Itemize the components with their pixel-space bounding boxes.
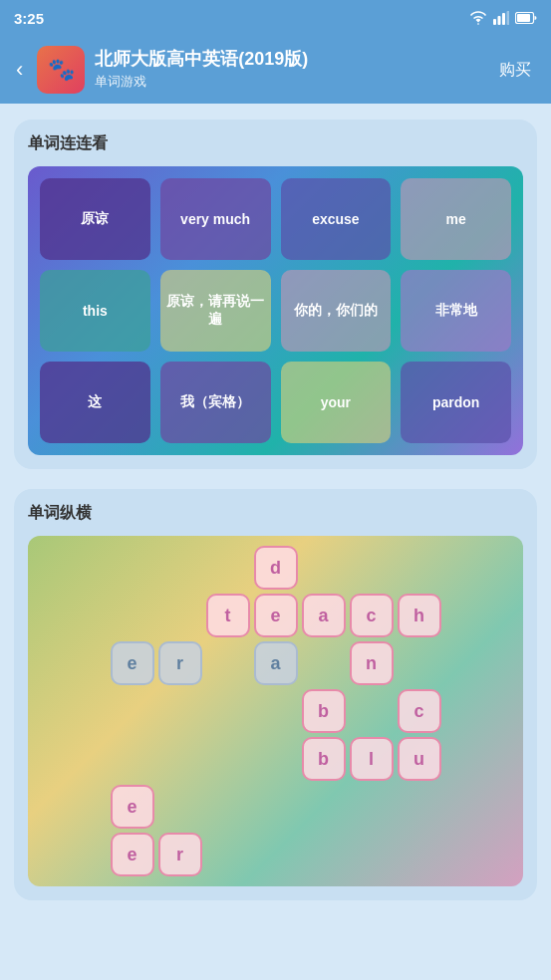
empty-cell bbox=[350, 689, 394, 733]
app-title-block: 北师大版高中英语(2019版) 单词游戏 bbox=[95, 49, 481, 91]
svg-rect-2 bbox=[502, 13, 505, 25]
word-cell[interactable]: your bbox=[281, 362, 392, 443]
empty-cell bbox=[158, 689, 202, 733]
empty-cell bbox=[302, 641, 346, 685]
word-cell[interactable]: very much bbox=[160, 178, 271, 260]
word-cell[interactable]: excuse bbox=[281, 178, 392, 260]
letter-cell[interactable]: h bbox=[398, 594, 441, 637]
word-cell[interactable]: 你的，你们的 bbox=[281, 270, 392, 352]
empty-cell bbox=[111, 737, 154, 781]
word-grid-section: 单词连连看 原谅very muchexcusemethis原谅，请再说一遍你的，… bbox=[14, 120, 537, 469]
app-logo: 🐾 bbox=[37, 46, 85, 94]
letter-cell[interactable]: e bbox=[111, 641, 154, 685]
puzzle-area: dteacheranbcblueer bbox=[28, 536, 523, 886]
empty-cell bbox=[254, 833, 298, 876]
svg-rect-0 bbox=[493, 19, 496, 25]
empty-cell bbox=[206, 689, 250, 733]
empty-cell bbox=[254, 785, 298, 829]
word-grid-area: 原谅very muchexcusemethis原谅，请再说一遍你的，你们的非常地… bbox=[28, 166, 523, 455]
main-content: 单词连连看 原谅very muchexcusemethis原谅，请再说一遍你的，… bbox=[0, 104, 551, 916]
word-cell[interactable]: pardon bbox=[401, 362, 511, 443]
letter-cell[interactable]: b bbox=[302, 737, 346, 781]
letter-cell[interactable]: l bbox=[350, 737, 394, 781]
empty-cell bbox=[398, 641, 441, 685]
svg-rect-3 bbox=[507, 11, 510, 25]
word-cell[interactable]: 原谅，请再说一遍 bbox=[160, 270, 271, 352]
puzzle-grid: dteacheranbcblueer bbox=[101, 536, 451, 886]
empty-cell bbox=[111, 689, 154, 733]
letter-cell[interactable]: e bbox=[254, 594, 298, 637]
word-puzzle-section: 单词纵横 dteacheranbcblueer bbox=[14, 489, 537, 900]
empty-cell bbox=[302, 785, 346, 829]
word-grid-title: 单词连连看 bbox=[28, 133, 523, 154]
letter-cell[interactable]: c bbox=[398, 689, 441, 733]
buy-button[interactable]: 购买 bbox=[491, 56, 539, 85]
empty-cell bbox=[206, 833, 250, 876]
word-cell[interactable]: me bbox=[401, 178, 511, 260]
svg-rect-5 bbox=[517, 14, 530, 22]
status-time: 3:25 bbox=[14, 10, 44, 27]
empty-cell bbox=[302, 546, 346, 590]
status-bar: 3:25 bbox=[0, 0, 551, 36]
app-subtitle: 单词游戏 bbox=[95, 73, 481, 91]
empty-cell bbox=[206, 737, 250, 781]
word-cell[interactable]: 非常地 bbox=[401, 270, 511, 352]
empty-cell bbox=[254, 689, 298, 733]
empty-cell bbox=[398, 546, 441, 590]
empty-cell bbox=[302, 833, 346, 876]
letter-cell[interactable]: u bbox=[398, 737, 441, 781]
battery-icon bbox=[515, 12, 537, 24]
empty-cell bbox=[158, 737, 202, 781]
letter-cell[interactable]: a bbox=[302, 594, 346, 637]
word-puzzle-title: 单词纵横 bbox=[28, 503, 523, 524]
letter-cell[interactable]: r bbox=[158, 641, 202, 685]
empty-cell bbox=[254, 737, 298, 781]
empty-cell bbox=[158, 546, 202, 590]
letter-cell[interactable]: c bbox=[350, 594, 394, 637]
letter-cell[interactable]: r bbox=[158, 833, 202, 876]
word-cell[interactable]: 这 bbox=[40, 362, 150, 443]
empty-cell bbox=[206, 785, 250, 829]
empty-cell bbox=[350, 785, 394, 829]
letter-cell[interactable]: n bbox=[350, 641, 394, 685]
top-bar: ‹ 🐾 北师大版高中英语(2019版) 单词游戏 购买 bbox=[0, 36, 551, 104]
signal-icon bbox=[493, 11, 509, 25]
word-cell[interactable]: 原谅 bbox=[40, 178, 150, 260]
letter-cell[interactable]: d bbox=[254, 546, 298, 590]
back-button[interactable]: ‹ bbox=[12, 53, 27, 87]
empty-cell bbox=[206, 641, 250, 685]
empty-cell bbox=[206, 546, 250, 590]
letter-cell[interactable]: t bbox=[206, 594, 250, 637]
wifi-icon bbox=[469, 11, 487, 25]
logo-emoji: 🐾 bbox=[48, 57, 75, 83]
letter-cell[interactable]: a bbox=[254, 641, 298, 685]
empty-cell bbox=[111, 546, 154, 590]
word-cell[interactable]: 我（宾格） bbox=[160, 362, 271, 443]
empty-cell bbox=[350, 546, 394, 590]
word-cell[interactable]: this bbox=[40, 270, 150, 352]
empty-cell bbox=[158, 594, 202, 637]
app-title: 北师大版高中英语(2019版) bbox=[95, 49, 481, 71]
empty-cell bbox=[158, 785, 202, 829]
letter-cell[interactable]: e bbox=[111, 833, 154, 876]
letter-cell[interactable]: e bbox=[111, 785, 154, 829]
letter-cell[interactable]: b bbox=[302, 689, 346, 733]
empty-cell bbox=[111, 594, 154, 637]
empty-cell bbox=[350, 833, 394, 876]
empty-cell bbox=[398, 785, 441, 829]
status-icons bbox=[469, 11, 537, 25]
svg-rect-1 bbox=[498, 16, 501, 25]
